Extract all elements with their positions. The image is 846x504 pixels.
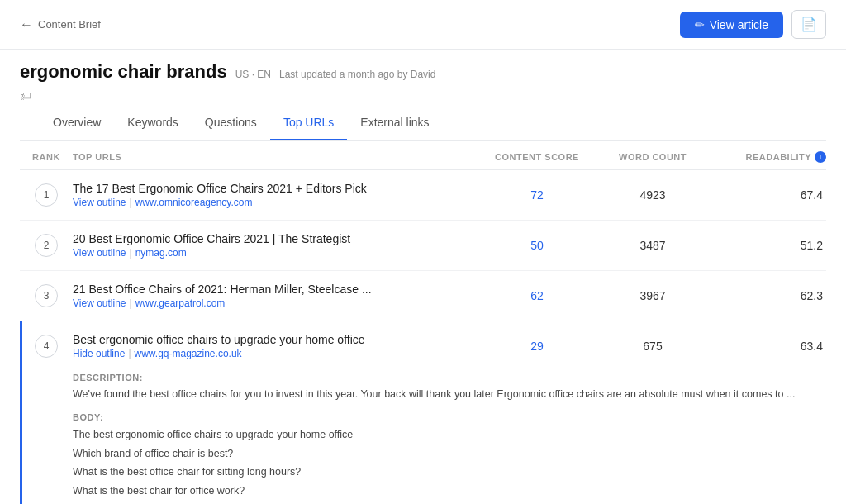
score-cell-3: 62 <box>479 289 595 302</box>
body-section: BODY: The best ergonomic office chairs t… <box>73 412 826 504</box>
document-icon: 📄 <box>801 17 817 31</box>
url-title-2: 20 Best Ergonomic Office Chairs 2021 | T… <box>73 232 479 245</box>
top-bar-left: ← Content Brief <box>20 17 101 32</box>
readability-cell-1: 67.4 <box>711 188 826 202</box>
url-domain-1[interactable]: www.omnicoreagency.com <box>135 197 253 208</box>
url-cell-3: 21 Best Office Chairs of 2021: Herman Mi… <box>73 283 479 309</box>
score-cell-2: 50 <box>479 239 595 252</box>
body-item-4: What is the best chair for office work? <box>73 482 826 501</box>
page-title: ergonomic chair brands <box>20 61 227 83</box>
url-links-4: Hide outline | www.gq-magazine.co.uk <box>73 348 479 359</box>
table-header: RANK TOP URLS CONTENT SCORE WORD COUNT R… <box>20 141 826 170</box>
rank-circle-2: 2 <box>35 234 58 257</box>
locale-badge: US · EN <box>235 69 271 80</box>
col-top-urls: TOP URLS <box>73 152 479 162</box>
doc-icon-button[interactable]: 📄 <box>791 10 826 39</box>
score-cell-1: 72 <box>479 188 595 202</box>
body-item-3: What is the best office chair for sittin… <box>73 463 826 482</box>
wordcount-cell-1: 4923 <box>595 188 711 202</box>
wordcount-cell-4: 675 <box>595 340 711 353</box>
expanded-row-4: 4 Best ergonomic office chairs to upgrad… <box>20 321 826 504</box>
expanded-detail-4: DESCRIPTION: We've found the best office… <box>20 366 826 504</box>
description-section: DESCRIPTION: We've found the best office… <box>73 373 826 402</box>
tabs: Overview Keywords Questions Top URLs Ext… <box>20 106 826 141</box>
table-row: 2 20 Best Ergonomic Office Chairs 2021 |… <box>20 221 826 271</box>
tag-icon: 🏷 <box>20 89 31 102</box>
readability-info-icon: i <box>815 151 826 163</box>
readability-cell-3: 62.3 <box>711 289 826 302</box>
score-cell-4: 29 <box>479 340 595 353</box>
url-cell-1: The 17 Best Ergonomic Office Chairs 2021… <box>73 182 479 208</box>
url-links-2: View outline | nymag.com <box>73 247 479 259</box>
page-title-row: ergonomic chair brands US · EN Last upda… <box>20 61 826 83</box>
body-item-1: The best ergonomic office chairs to upgr… <box>73 426 826 445</box>
url-title-3: 21 Best Office Chairs of 2021: Herman Mi… <box>73 283 479 296</box>
top-bar-right: ✏ View article 📄 <box>680 10 826 39</box>
url-domain-3[interactable]: www.gearpatrol.com <box>135 297 226 309</box>
col-word-count: WORD COUNT <box>595 152 711 162</box>
url-cell-2: 20 Best Ergonomic Office Chairs 2021 | T… <box>73 232 479 259</box>
url-links-1: View outline | www.omnicoreagency.com <box>73 197 479 208</box>
readability-cell-4: 63.4 <box>711 340 826 353</box>
back-arrow-icon: ← <box>20 17 33 32</box>
body-label: BODY: <box>73 412 826 422</box>
rank-circle-4: 4 <box>35 335 58 358</box>
tab-top-urls[interactable]: Top URLs <box>270 106 347 140</box>
wordcount-cell-3: 3967 <box>595 289 711 302</box>
body-item-2: Which brand of office chair is best? <box>73 445 826 464</box>
url-links-3: View outline | www.gearpatrol.com <box>73 297 479 309</box>
body-item-5: What does 'ergonomic' chair mean? <box>73 500 826 504</box>
description-text: We've found the best office chairs for y… <box>73 386 826 402</box>
wordcount-cell-2: 3487 <box>595 239 711 252</box>
back-link[interactable]: ← Content Brief <box>20 17 101 32</box>
view-article-button[interactable]: ✏ View article <box>680 12 783 38</box>
rank-cell-3: 3 <box>20 284 73 307</box>
top-bar: ← Content Brief ✏ View article 📄 <box>0 0 846 50</box>
edit-icon: ✏ <box>695 18 705 31</box>
col-content-score: CONTENT SCORE <box>479 152 595 162</box>
tab-questions[interactable]: Questions <box>192 106 270 140</box>
rank-circle-3: 3 <box>35 284 58 307</box>
table-row: 1 The 17 Best Ergonomic Office Chairs 20… <box>20 170 826 221</box>
rank-cell-2: 2 <box>20 234 73 257</box>
tab-external-links[interactable]: External links <box>347 106 442 140</box>
url-title-1: The 17 Best Ergonomic Office Chairs 2021… <box>73 182 479 195</box>
breadcrumb-label: Content Brief <box>38 18 101 31</box>
view-outline-1[interactable]: View outline <box>73 197 126 208</box>
tab-overview[interactable]: Overview <box>40 106 114 140</box>
url-cell-4: Best ergonomic office chairs to upgrade … <box>73 333 479 359</box>
hide-outline-4[interactable]: Hide outline <box>73 348 125 359</box>
tab-keywords[interactable]: Keywords <box>114 106 191 140</box>
url-title-4: Best ergonomic office chairs to upgrade … <box>73 333 479 346</box>
rank-circle-1: 1 <box>35 183 58 207</box>
view-outline-2[interactable]: View outline <box>73 247 126 259</box>
url-domain-2[interactable]: nymag.com <box>135 247 187 259</box>
col-readability: READABILITY i <box>711 151 826 163</box>
col-rank: RANK <box>20 152 73 162</box>
readability-cell-2: 51.2 <box>711 239 826 252</box>
url-domain-4[interactable]: www.gq-magazine.co.uk <box>135 348 242 359</box>
last-updated: Last updated a month ago by David <box>279 69 435 80</box>
main-content: RANK TOP URLS CONTENT SCORE WORD COUNT R… <box>0 141 846 504</box>
view-article-label: View article <box>710 18 768 31</box>
tag-row: 🏷 <box>20 89 826 106</box>
rank-cell-1: 1 <box>20 183 73 207</box>
table-row: 3 21 Best Office Chairs of 2021: Herman … <box>20 271 826 321</box>
expanded-row-top-4: 4 Best ergonomic office chairs to upgrad… <box>20 321 826 366</box>
view-outline-3[interactable]: View outline <box>73 297 126 309</box>
rank-cell-4: 4 <box>20 335 73 358</box>
page-header: ergonomic chair brands US · EN Last upda… <box>0 50 846 141</box>
description-label: DESCRIPTION: <box>73 373 826 383</box>
